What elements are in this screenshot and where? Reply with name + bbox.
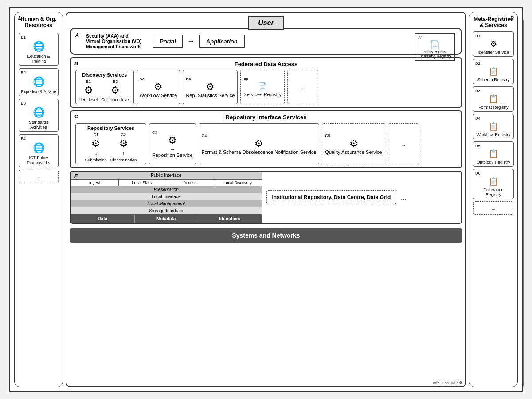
e-dots-box: ... <box>19 170 59 183</box>
e2-item: E2 🌐 Expertise & Advice <box>19 68 59 96</box>
section-c: C Repository Interface Services Reposito… <box>70 110 462 168</box>
section-b: B Federated Data Access Discovery Servic… <box>70 57 462 108</box>
user-wrap: User <box>70 16 462 30</box>
panel-e: E Human & Org. Resources E1 🌐 Education … <box>14 12 63 387</box>
b3-label: Workflow Service <box>140 93 177 98</box>
discovery-title: Discovery Services <box>79 72 130 78</box>
c2-item: C2 ⚙ ↑ Dissemination <box>110 133 137 162</box>
e3-item: E3 🌐 Standards Activities <box>19 99 59 132</box>
d2-num: D2 <box>475 61 481 66</box>
portal-box: Portal <box>153 35 183 48</box>
b2-num: B2 <box>113 79 118 84</box>
gear-c5-icon: ⚙ <box>349 138 358 149</box>
c4-box: C4 ⚙ Format & Schema Obsolescence Notifi… <box>199 123 320 164</box>
c1-num: C1 <box>93 133 98 137</box>
e4-num: E4 <box>21 137 26 141</box>
c3-box: C3 ⚙ ↔ Reposition Service <box>149 123 196 164</box>
a1-num: A1 <box>418 35 423 40</box>
gear-b3-icon: ⚙ <box>154 81 163 93</box>
b4-num: B4 <box>186 77 191 81</box>
f-right-col: Institutional Repository, Data Centre, D… <box>262 172 462 223</box>
center-wrapper: User A Security (AAA) and Virtual Organi… <box>66 12 466 387</box>
d1-num: D1 <box>475 34 481 38</box>
c4-num: C4 <box>202 133 207 138</box>
d5-label: Ontology Registry <box>477 160 510 164</box>
portal-app-row: Portal → Application <box>153 35 245 48</box>
section-b-badge: B <box>74 61 78 66</box>
d1-item: D1 ⚙ Identifier Service <box>473 31 514 57</box>
doc-d3-icon: 📋 <box>489 94 498 104</box>
d4-label: Workflow Registry <box>477 132 510 137</box>
e3-num: E3 <box>21 101 26 106</box>
repo-title: Repository Services <box>79 125 142 131</box>
c3-num: C3 <box>152 130 157 135</box>
b-dots: ... <box>301 85 305 90</box>
f-storage-interface: Storage Interface <box>71 207 262 215</box>
doc-a1-icon: 📄 <box>430 40 440 50</box>
doc-d6-icon: 📋 <box>489 176 498 186</box>
f-tab-access: Access <box>166 180 214 186</box>
e4-item: E4 🌐 ICT Policy Frameworks <box>19 134 59 167</box>
c1-item: C1 ⚙ ↓ Submission <box>85 133 107 162</box>
d6-num: D6 <box>475 171 481 176</box>
panel-d-title: Meta-Registries & Services <box>472 16 515 28</box>
c-dots-box: ... <box>388 123 419 164</box>
c5-label: Quality Assurance Service <box>325 149 382 155</box>
panel-e-title: Human & Org. Resources <box>17 16 60 28</box>
section-c-title: Repository Interface Services <box>75 114 457 121</box>
f-tab-stats: Local Stats. <box>119 180 167 186</box>
f-data-row: Data Metadata Identifiers <box>71 215 262 223</box>
b2-item: B2 ⚙ Collection-level <box>101 79 129 102</box>
a1-box: A1 📄 Policy-Rights-Licensing Registry <box>415 33 455 61</box>
e2-num: E2 <box>21 70 26 75</box>
f-tabs: Ingest Local Stats. Access Local Discove… <box>71 180 262 186</box>
b2-label: Collection-level <box>101 97 129 102</box>
panel-d-badge: D <box>510 15 514 20</box>
d4-item: D4 📋 Workflow Registry <box>473 114 514 139</box>
gear-b1-icon: ⚙ <box>84 85 93 96</box>
c4-label: Format & Schema Obsolescence Notificatio… <box>202 149 317 155</box>
c5-num: C5 <box>325 133 330 138</box>
d3-num: D3 <box>475 89 481 93</box>
section-f-badge: F <box>74 173 78 179</box>
doc-d4-icon: 📋 <box>489 121 498 131</box>
institutional-box: Institutional Repository, Data Centre, D… <box>266 190 397 204</box>
a-content: Security (AAA) and Virtual Organisation … <box>77 33 455 49</box>
f-local-mgmt: Local Management <box>71 200 262 207</box>
e2-label: Expertise & Advice <box>21 89 56 94</box>
d5-item: D5 📋 Ontology Registry <box>473 141 514 167</box>
e-dots: ... <box>36 174 40 179</box>
f-tab-discovery: Local Discovery <box>214 180 262 186</box>
d2-item: D2 📋 Schema Registry <box>473 59 514 84</box>
b1-label: Item-level <box>79 97 98 102</box>
d6-label: Federation Registry <box>475 187 512 197</box>
e1-item: E1 🌐 Education & Training <box>19 33 59 66</box>
globe-e4-icon: 🌐 <box>33 142 45 154</box>
d-dots: ... <box>491 205 495 211</box>
panel-a-badge: A <box>75 32 79 38</box>
b5-box: B5 📄 Services Registry <box>240 70 285 104</box>
gear-d1-icon: ⚙ <box>490 39 497 49</box>
f-dots: ... <box>401 194 406 201</box>
d1-label: Identifier Service <box>478 50 509 55</box>
f-presentation: Presentation <box>71 186 262 193</box>
f-data-cell: Data <box>71 215 135 223</box>
d3-item: D3 📋 Format Registry <box>473 86 514 112</box>
doc-d5-icon: 📋 <box>489 149 498 159</box>
gear-c1-icon: ⚙ <box>91 138 100 149</box>
user-box: User <box>248 16 284 30</box>
repo-inner: C1 ⚙ ↓ Submission C2 ⚙ ↑ Dissemination <box>79 133 142 162</box>
section-c-badge: C <box>74 114 78 119</box>
discovery-inner: B1 ⚙ Item-level B2 ⚙ Collection-level <box>79 79 130 102</box>
b1-item: B1 ⚙ Item-level <box>79 79 98 102</box>
arrow-icon: → <box>188 37 195 45</box>
globe-e3-icon: 🌐 <box>33 107 45 118</box>
d6-item: D6 📋 Federation Registry <box>473 169 514 199</box>
gear-c2-icon: ⚙ <box>119 138 128 149</box>
f-identifiers-cell: Identifiers <box>198 215 262 223</box>
section-b-title: Federated Data Access <box>75 61 457 67</box>
b4-label: Rep. Statistics Service <box>186 93 235 98</box>
f-metadata-cell: Metadata <box>135 215 199 223</box>
d-dots-box: ... <box>473 201 513 215</box>
e1-label: Education & Training <box>21 54 56 63</box>
